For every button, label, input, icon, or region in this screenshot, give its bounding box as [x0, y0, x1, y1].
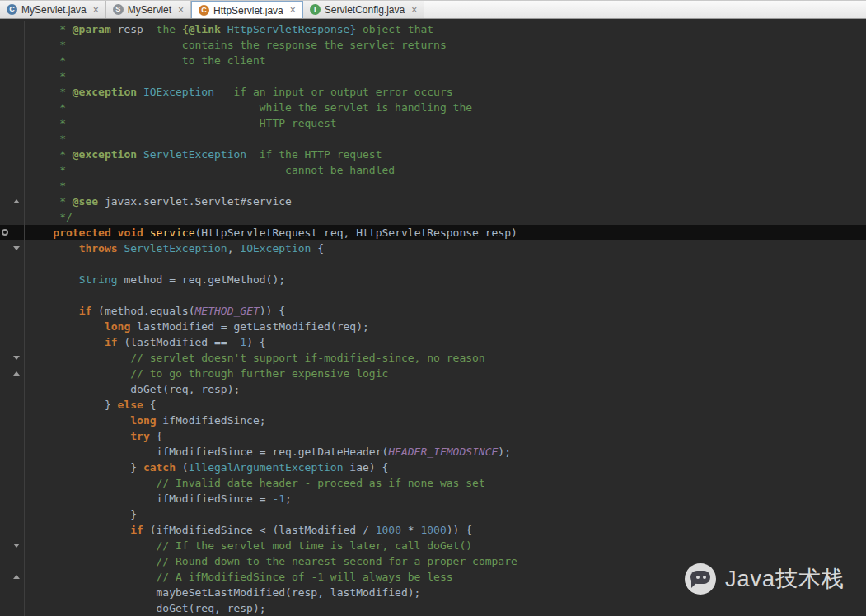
code-line[interactable]: * @param resp the {@link HttpServletResp…	[0, 21, 866, 37]
editor-tab[interactable]: SMyServlet×	[106, 1, 191, 18]
fold-start-icon[interactable]	[13, 356, 20, 360]
wechat-logo-icon	[685, 563, 716, 595]
fold-start-icon[interactable]	[13, 246, 20, 250]
gutter	[0, 506, 25, 522]
tab-label: ServletConfig.java	[325, 3, 405, 16]
fold-end-icon[interactable]	[13, 371, 20, 376]
code-line[interactable]: // to go through further expensive logic	[0, 366, 866, 381]
gutter	[0, 428, 25, 444]
code-line[interactable]: // Invalid date header - proceed as if n…	[0, 475, 866, 491]
code-text: doGet(req, resp);	[25, 600, 266, 616]
close-icon[interactable]: ×	[411, 4, 417, 16]
code-line[interactable]: *	[0, 178, 866, 194]
gutter	[0, 225, 25, 240]
code-line[interactable]: doGet(req, resp);	[0, 381, 866, 397]
code-text: String method = req.getMethod();	[25, 272, 285, 287]
gutter	[0, 444, 25, 460]
close-icon[interactable]: ×	[93, 4, 99, 16]
code-line[interactable]: long ifModifiedSince;	[0, 413, 866, 428]
code-text: // Invalid date header - proceed as if n…	[25, 475, 485, 491]
code-text: *	[25, 68, 66, 84]
code-line[interactable]: protected void service(HttpServletReques…	[0, 225, 866, 240]
editor-tab[interactable]: CHttpServlet.java×	[191, 1, 303, 18]
code-line[interactable]: }	[0, 506, 866, 522]
code-text: if (ifModifiedSince < (lastModified / 10…	[25, 522, 472, 538]
gutter	[0, 538, 25, 553]
logo-eye-icon	[703, 576, 706, 579]
code-text: * @see javax.servlet.Servlet#service	[25, 194, 292, 209]
code-line[interactable]	[0, 256, 866, 272]
code-line[interactable]: if (ifModifiedSince < (lastModified / 10…	[0, 522, 866, 538]
code-line[interactable]: try {	[0, 428, 866, 444]
editor-tab[interactable]: CMyServlet.java×	[0, 1, 106, 18]
code-text: try {	[25, 428, 162, 444]
gutter	[0, 397, 25, 413]
gutter	[0, 256, 25, 272]
code-line[interactable]: if (lastModified == -1) {	[0, 334, 866, 350]
code-line[interactable]: * HTTP request	[0, 115, 866, 131]
code-line[interactable]: * cannot be handled	[0, 162, 866, 178]
code-line[interactable]: ifModifiedSince = -1;	[0, 491, 866, 506]
code-line[interactable]: * while the servlet is handling the	[0, 100, 866, 115]
gutter	[0, 413, 25, 428]
code-text: throws ServletException, IOException {	[25, 240, 324, 256]
code-line[interactable]: String method = req.getMethod();	[0, 272, 866, 287]
watermark-text: Java技术栈	[725, 564, 845, 594]
fold-end-icon[interactable]	[13, 199, 20, 203]
code-editor[interactable]: * @param resp the {@link HttpServletResp…	[0, 20, 866, 616]
close-icon[interactable]: ×	[290, 4, 296, 16]
editor-tab[interactable]: IServletConfig.java×	[303, 1, 424, 18]
code-text	[25, 256, 27, 272]
fold-start-icon[interactable]	[13, 544, 20, 548]
code-text: maybeSetLastModified(resp, lastModified)…	[25, 585, 420, 600]
code-line[interactable]: ifModifiedSince = req.getDateHeader(HEAD…	[0, 444, 866, 460]
code-line[interactable]: } else {	[0, 397, 866, 413]
code-text: protected void service(HttpServletReques…	[25, 225, 517, 240]
gutter	[0, 303, 25, 319]
code-text: }	[25, 506, 137, 522]
gutter	[0, 600, 25, 616]
code-text: * @exception ServletException if the HTT…	[25, 147, 382, 162]
code-text: // Round down to the nearest second for …	[25, 553, 517, 569]
tab-label: MyServlet	[128, 3, 171, 16]
code-line[interactable]: } catch (IllegalArgumentException iae) {	[0, 460, 866, 475]
code-line[interactable]: * contains the response the servlet retu…	[0, 37, 866, 53]
gutter	[0, 350, 25, 366]
code-line[interactable]: // If the servlet mod time is later, cal…	[0, 538, 866, 553]
gutter	[0, 37, 25, 53]
code-line[interactable]: * @see javax.servlet.Servlet#service	[0, 194, 866, 209]
code-line[interactable]	[0, 287, 866, 303]
gutter	[0, 522, 25, 538]
code-line[interactable]: long lastModified = getLastModified(req)…	[0, 319, 866, 334]
java-interface-icon: I	[310, 4, 321, 15]
code-line[interactable]: * to the client	[0, 53, 866, 68]
code-text: * @exception IOException if an input or …	[25, 84, 453, 100]
code-line[interactable]: * @exception IOException if an input or …	[0, 84, 866, 100]
fold-end-icon[interactable]	[13, 575, 20, 579]
code-text: *	[25, 131, 66, 147]
code-text: * to the client	[25, 53, 266, 68]
gutter	[0, 334, 25, 350]
code-line[interactable]: doGet(req, resp);	[0, 600, 866, 616]
watermark: Java技术栈	[685, 563, 845, 595]
method-circle-icon[interactable]	[2, 229, 8, 236]
code-line[interactable]: * @exception ServletException if the HTT…	[0, 147, 866, 162]
code-text: // If the servlet mod time is later, cal…	[25, 538, 472, 553]
code-text: // servlet doesn't support if-modified-s…	[25, 350, 485, 366]
code-text: doGet(req, resp);	[25, 381, 240, 397]
gutter	[0, 21, 25, 37]
code-text: * HTTP request	[25, 115, 337, 131]
gutter	[0, 366, 25, 381]
java-class-file-icon: C	[7, 4, 17, 15]
code-line[interactable]: // servlet doesn't support if-modified-s…	[0, 350, 866, 366]
code-line[interactable]: *	[0, 131, 866, 147]
code-line[interactable]: throws ServletException, IOException {	[0, 240, 866, 256]
code-line[interactable]: *	[0, 68, 866, 84]
gutter	[0, 178, 25, 194]
gutter	[0, 147, 25, 162]
code-text: */	[25, 209, 73, 225]
gutter	[0, 460, 25, 475]
code-line[interactable]: */	[0, 209, 866, 225]
close-icon[interactable]: ×	[178, 4, 184, 16]
code-line[interactable]: if (method.equals(METHOD_GET)) {	[0, 303, 866, 319]
